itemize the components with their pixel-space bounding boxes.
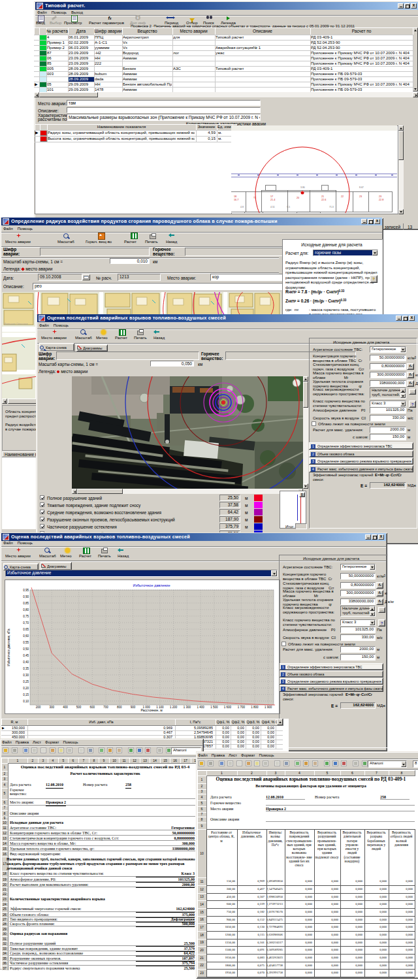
svg-text:4.8: 4.8: [240, 206, 244, 208]
svg-text:5.5: 5.5: [287, 206, 290, 208]
svg-text:0,35: 0,35: [23, 667, 29, 670]
svg-text:16.7: 16.7: [234, 199, 238, 201]
svg-text:0,80: 0,80: [23, 608, 29, 612]
svg-text:900: 900: [131, 706, 136, 709]
svg-text:0,85: 0,85: [23, 602, 29, 605]
svg-text:22.6: 22.6: [321, 199, 326, 201]
svg-text:0,25: 0,25: [23, 680, 29, 683]
svg-text:800: 800: [117, 706, 122, 709]
svg-text:23: 23: [379, 195, 381, 198]
svg-text:600: 600: [90, 706, 95, 709]
svg-text:23: 23: [359, 195, 362, 198]
svg-text:0,40: 0,40: [23, 661, 29, 664]
svg-text:21: 21: [321, 195, 324, 198]
svg-text:1 600: 1 600: [224, 706, 232, 709]
svg-text:0,15: 0,15: [23, 693, 29, 696]
svg-text:22.8: 22.8: [379, 199, 383, 201]
svg-text:22: 22: [341, 195, 344, 198]
svg-text:0,90: 0,90: [23, 595, 29, 598]
svg-text:21.4: 21.4: [270, 199, 275, 201]
svg-text:1 800: 1 800: [251, 706, 259, 709]
svg-text:0,10: 0,10: [23, 700, 29, 703]
svg-text:Избыточное давление: Избыточное давление: [133, 583, 170, 587]
svg-text:0,50: 0,50: [23, 647, 29, 651]
svg-text:0,95: 0,95: [23, 589, 29, 592]
svg-text:18: 18: [234, 195, 236, 198]
svg-text:1 200: 1 200: [170, 706, 178, 709]
svg-text:71.3: 71.3: [329, 206, 334, 208]
svg-text:1 900: 1 900: [265, 706, 272, 709]
svg-text:Избыточное давление, кПа: Избыточное давление, кПа: [7, 629, 10, 666]
svg-text:1 500: 1 500: [210, 706, 218, 709]
svg-text:0,30: 0,30: [23, 674, 29, 677]
svg-text:20: 20: [297, 197, 299, 199]
svg-text:3.80: 3.80: [300, 186, 305, 189]
svg-text:Большая Спасская: Большая Спасская: [5, 322, 27, 325]
svg-text:0,45: 0,45: [23, 654, 29, 657]
svg-text:4.51: 4.51: [270, 206, 275, 208]
svg-text:0,70: 0,70: [23, 621, 29, 625]
svg-text:0,60: 0,60: [23, 634, 29, 638]
svg-text:8.67: 8.67: [359, 186, 364, 189]
svg-text:0,20: 0,20: [23, 687, 29, 690]
svg-text:700: 700: [103, 706, 108, 709]
svg-text:0,65: 0,65: [23, 628, 29, 631]
svg-text:0,75: 0,75: [23, 615, 29, 618]
svg-text:17: 17: [270, 195, 273, 198]
svg-text:Расстояние, м: Расстояние, м: [140, 708, 163, 712]
svg-text:1 400: 1 400: [197, 706, 204, 709]
svg-text:1 700: 1 700: [238, 706, 246, 709]
svg-text:200: 200: [36, 706, 41, 709]
svg-text:300: 300: [49, 706, 54, 709]
svg-text:400: 400: [63, 706, 68, 709]
svg-text:500: 500: [76, 706, 82, 709]
svg-text:1 300: 1 300: [184, 706, 191, 709]
svg-text:0,55: 0,55: [23, 641, 29, 644]
